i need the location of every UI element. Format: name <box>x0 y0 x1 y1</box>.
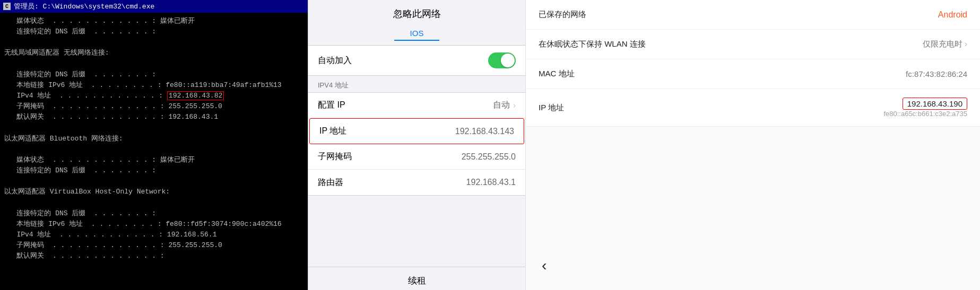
ios-chevron-icon: › <box>513 101 516 110</box>
ios-auto-join-label: 自动加入 <box>318 55 352 66</box>
cmd-ipv4-line: IPv4 地址 . . . . . . . . . . . . : 192.16… <box>4 91 303 101</box>
cmd-line: 以太网适配器 Bluetooth 网络连接: <box>4 134 303 144</box>
android-back-button[interactable]: ‹ <box>542 257 547 274</box>
ios-subnet-value: 255.255.255.0 <box>462 152 516 162</box>
android-ip-row: IP 地址 192.168.43.190 fe80::a65c:b661:c3e… <box>526 89 980 127</box>
android-ip-main: 192.168.43.190 <box>903 98 967 110</box>
cmd-line: 默认网关 . . . . . . . . . . . . . : 192.168… <box>4 112 303 122</box>
ios-auto-join-row: 自动加入 <box>308 46 525 75</box>
ios-header-title: 忽略此网络 <box>308 0 525 23</box>
cmd-line <box>4 176 303 187</box>
cmd-line: 默认网关 . . . . . . . . . . . . . : <box>4 251 303 261</box>
cmd-line <box>4 144 303 155</box>
cmd-line: 媒体状态 . . . . . . . . . . . . : 媒体已断开 <box>4 16 303 27</box>
cmd-panel: C 管理员: C:\Windows\system32\cmd.exe 媒体状态 … <box>0 0 308 290</box>
ios-router-row: 路由器 192.168.43.1 <box>308 170 525 195</box>
android-ip-sub: fe80::a65c:b661:c3e2:a735 <box>883 110 967 118</box>
ios-subnet-label: 子网掩码 <box>318 151 352 162</box>
ios-toggle[interactable] <box>488 52 516 68</box>
ios-ip-label: IP 地址 <box>319 126 346 137</box>
cmd-titlebar: C 管理员: C:\Windows\system32\cmd.exe <box>0 0 308 13</box>
android-body: 已保存的网络 Android 在休眠状态下保持 WLAN 连接 仅限充电时 › … <box>526 0 980 290</box>
ios-renew-button[interactable]: 续租 <box>308 267 525 290</box>
cmd-line: 连接特定的 DNS 后缀 . . . . . . . : <box>4 165 303 176</box>
android-wlan-sleep-row[interactable]: 在休眠状态下保持 WLAN 连接 仅限充电时 › <box>526 30 980 59</box>
android-saved-networks-label: 已保存的网络 <box>539 10 586 20</box>
ios-ip-value: 192.168.43.143 <box>455 127 514 136</box>
cmd-line <box>4 122 303 133</box>
cmd-line: 媒体状态 . . . . . . . . . . . . : 媒体已断开 <box>4 155 303 165</box>
cmd-line: 本地链接 IPv6 地址 . . . . . . . . : fe80::a11… <box>4 80 303 91</box>
cmd-ip-highlight: 192.168.43.82 <box>167 91 224 100</box>
cmd-line: 连接特定的 DNS 后缀 . . . . . . . : <box>4 27 303 37</box>
cmd-title: 管理员: C:\Windows\system32\cmd.exe <box>14 2 154 11</box>
ios-auto-join-section: 自动加入 <box>308 45 525 76</box>
ios-router-label: 路由器 <box>318 177 343 188</box>
android-wlan-sleep-value: 仅限充电时 › <box>923 39 968 49</box>
cmd-line: 以太网适配器 VirtualBox Host-Only Network: <box>4 187 303 197</box>
ios-ipv4-section-label: IPV4 地址 <box>308 76 525 92</box>
cmd-line <box>4 59 303 69</box>
android-wlan-sleep-label: 在休眠状态下保持 WLAN 连接 <box>539 39 646 49</box>
ios-subnet-row: 子网掩码 255.255.255.0 <box>308 144 525 170</box>
cmd-line <box>4 197 303 208</box>
ios-tab-bar: IOS <box>308 23 525 45</box>
ios-router-value: 192.168.43.1 <box>466 178 516 187</box>
android-ip-value: 192.168.43.190 fe80::a65c:b661:c3e2:a735 <box>883 98 967 118</box>
cmd-line: 子网掩码 . . . . . . . . . . . . . : 255.255… <box>4 101 303 112</box>
cmd-icon: C <box>3 3 11 10</box>
ios-ipv4-section: 配置 IP 自动 › IP 地址 192.168.43.143 子网掩码 255… <box>308 92 525 196</box>
ios-ip-row: IP 地址 192.168.43.143 <box>309 118 524 144</box>
ios-config-ip-row[interactable]: 配置 IP 自动 › <box>308 93 525 118</box>
ios-panel: 忽略此网络 IOS 自动加入 IPV4 地址 配置 IP 自动 › IP 地址 … <box>308 0 525 290</box>
android-panel: 已保存的网络 Android 在休眠状态下保持 WLAN 连接 仅限充电时 › … <box>525 0 980 290</box>
ios-toggle-knob <box>501 54 515 67</box>
cmd-line <box>4 37 303 48</box>
android-mac-label: MAC 地址 <box>539 69 575 79</box>
ios-config-ip-value: 自动 › <box>493 100 516 111</box>
cmd-line: 连接特定的 DNS 后缀 . . . . . . . : <box>4 208 303 219</box>
cmd-line: 子网掩码 . . . . . . . . . . . . . : 255.255… <box>4 240 303 251</box>
android-ip-label: IP 地址 <box>539 103 564 113</box>
cmd-line: 无线局域网适配器 无线网络连接: <box>4 48 303 58</box>
android-mac-row: MAC 地址 fc:87:43:82:86:24 <box>526 59 980 89</box>
cmd-line: IPv4 地址 . . . . . . . . . . . . : 192.16… <box>4 230 303 240</box>
android-saved-networks-value: Android <box>938 10 967 20</box>
ios-tab[interactable]: IOS <box>394 27 440 41</box>
android-saved-networks-row[interactable]: 已保存的网络 Android <box>526 0 980 30</box>
android-chevron-icon: › <box>965 39 967 48</box>
cmd-line: 本地链接 IPv6 地址 . . . . . . . . : fe80::fd5… <box>4 219 303 230</box>
ios-config-ip-label: 配置 IP <box>318 100 345 111</box>
cmd-body: 媒体状态 . . . . . . . . . . . . : 媒体已断开 连接特… <box>0 13 308 290</box>
android-mac-value: fc:87:43:82:86:24 <box>906 69 967 78</box>
cmd-line: 连接特定的 DNS 后缀 . . . . . . . : <box>4 69 303 80</box>
